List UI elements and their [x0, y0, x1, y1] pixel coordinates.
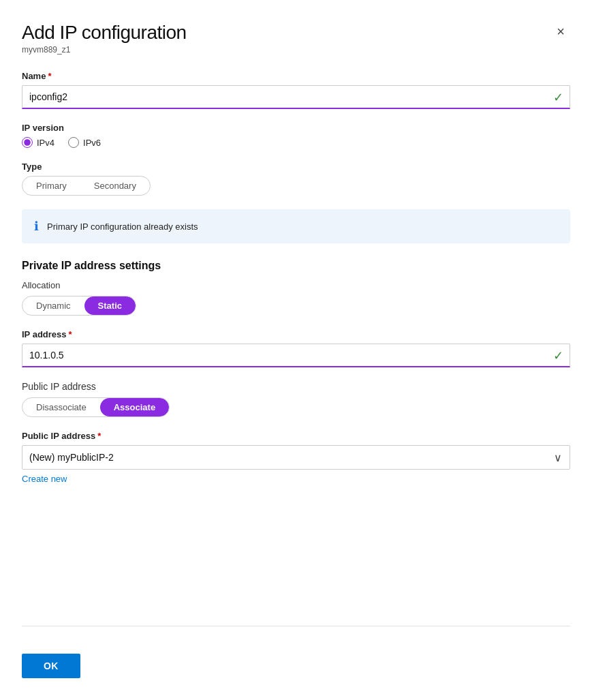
ok-button[interactable]: OK [22, 654, 80, 678]
panel-header: Add IP configuration myvm889_z1 × [22, 22, 570, 55]
ipv4-radio[interactable] [22, 137, 33, 148]
ipv6-option[interactable]: IPv6 [68, 137, 101, 148]
association-field-group: Disassociate Associate [22, 397, 570, 417]
footer: OK [22, 640, 570, 700]
ipv6-radio[interactable] [68, 137, 79, 148]
secondary-toggle-btn[interactable]: Secondary [80, 177, 150, 195]
public-ip-select-wrapper: (New) myPublicIP-2 ∨ [22, 445, 570, 470]
association-toggle-group: Disassociate Associate [22, 397, 170, 417]
ip-version-radio-group: IPv4 IPv6 [22, 137, 570, 148]
ipv6-label: IPv6 [83, 138, 101, 148]
name-field-group: Name * ✓ [22, 71, 570, 109]
allocation-field-group: Allocation Dynamic Static [22, 280, 570, 316]
public-ip-required-star: * [97, 431, 101, 441]
public-ip-label: Public IP address [22, 381, 570, 392]
private-ip-section: Private IP address settings Allocation D… [22, 260, 570, 367]
name-input[interactable] [22, 85, 570, 109]
header-titles: Add IP configuration myvm889_z1 [22, 22, 187, 55]
name-required-star: * [48, 71, 51, 81]
name-label: Name * [22, 71, 570, 81]
ip-address-input[interactable] [22, 344, 570, 367]
panel-title: Add IP configuration [22, 22, 187, 44]
ip-version-label: IP version [22, 123, 570, 133]
form-body: Name * ✓ IP version IPv4 IPv6 [22, 60, 570, 612]
close-button[interactable]: × [551, 22, 570, 41]
disassociate-toggle-btn[interactable]: Disassociate [22, 398, 100, 416]
ipv4-option[interactable]: IPv4 [22, 137, 54, 148]
private-ip-section-title: Private IP address settings [22, 260, 570, 272]
ip-address-label: IP address * [22, 329, 570, 339]
info-banner-text: Primary IP configuration already exists [47, 222, 198, 232]
primary-toggle-btn[interactable]: Primary [22, 177, 80, 195]
allocation-toggle-group: Dynamic Static [22, 296, 136, 316]
ipv4-label: IPv4 [37, 138, 54, 148]
create-new-link[interactable]: Create new [22, 474, 67, 484]
type-label: Type [22, 162, 570, 172]
ip-address-check-icon: ✓ [553, 348, 563, 363]
type-field-group: Type Primary Secondary [22, 162, 570, 196]
add-ip-config-panel: Add IP configuration myvm889_z1 × Name *… [0, 0, 592, 700]
name-check-icon: ✓ [553, 90, 563, 105]
ip-version-field-group: IP version IPv4 IPv6 [22, 123, 570, 148]
public-ip-section: Public IP address Disassociate Associate… [22, 381, 570, 484]
ip-address-input-wrapper: ✓ [22, 344, 570, 367]
ip-address-field-group: IP address * ✓ [22, 329, 570, 367]
ip-address-required-star: * [69, 329, 72, 339]
panel-subtitle: myvm889_z1 [22, 45, 187, 55]
static-toggle-btn[interactable]: Static [84, 296, 136, 315]
type-toggle-group: Primary Secondary [22, 176, 151, 196]
footer-divider [22, 626, 570, 626]
info-banner: ℹ Primary IP configuration already exist… [22, 209, 570, 243]
public-ip-select[interactable]: (New) myPublicIP-2 [22, 445, 570, 470]
public-ip-address-field-group: Public IP address * (New) myPublicIP-2 ∨… [22, 431, 570, 484]
name-input-wrapper: ✓ [22, 85, 570, 109]
dynamic-toggle-btn[interactable]: Dynamic [22, 296, 84, 315]
associate-toggle-btn[interactable]: Associate [100, 398, 169, 416]
allocation-label: Allocation [22, 280, 570, 290]
info-icon: ℹ [34, 219, 39, 234]
public-ip-address-label: Public IP address * [22, 431, 570, 441]
